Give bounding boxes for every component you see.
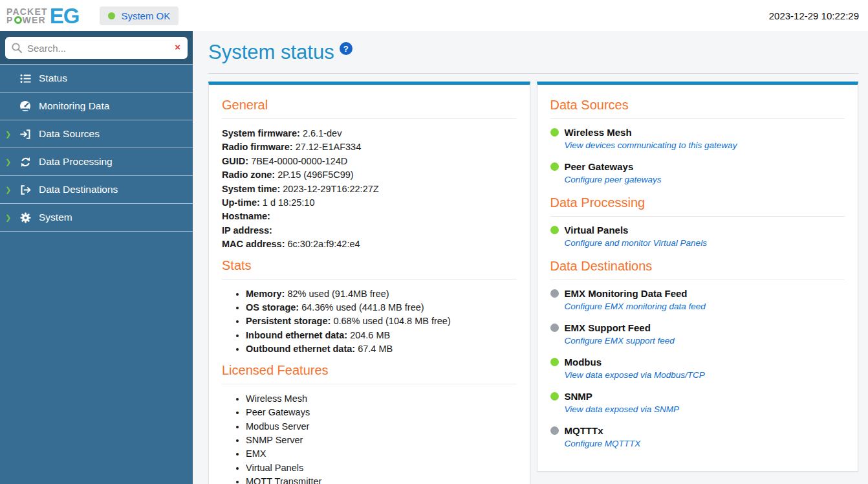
- licensed-features-list: Wireless Mesh Peer Gateways Modbus Serve…: [222, 392, 517, 484]
- general-row: MAC address: 6c:30:2a:f9:42:e4: [222, 237, 517, 251]
- service-item-emx-support-feed: EMX Support Feed Configure EMX support f…: [550, 322, 845, 346]
- sidebar-item-system[interactable]: System: [0, 204, 193, 232]
- logo-product-eg: EG: [50, 7, 80, 25]
- service-item-emx-monitoring-data-feed: EMX Monitoring Data Feed Configure EMX m…: [550, 288, 845, 312]
- status-dot: [550, 324, 559, 332]
- sidebar-item-label: Data Processing: [39, 156, 113, 168]
- search-input[interactable]: [5, 37, 188, 59]
- sidebar-item-data-processing[interactable]: Data Processing: [0, 148, 193, 176]
- system-status-badge[interactable]: System OK: [100, 6, 179, 25]
- sidebar-item-data-sources[interactable]: Data Sources: [0, 120, 193, 148]
- sidebar-item-label: Data Destinations: [39, 184, 118, 195]
- sidebar-item-data-destinations[interactable]: Data Destinations: [0, 176, 193, 204]
- logo-wordmark: PACKET PWER: [6, 8, 48, 25]
- section-divider: [222, 279, 517, 280]
- search-icon: [11, 42, 23, 56]
- feature-item: Modbus Server: [246, 420, 517, 434]
- service-item-mqtttx: MQTTTx Configure MQTTTX: [550, 425, 845, 449]
- sidebar-item-label: System: [39, 212, 72, 223]
- data-processing-heading: Data Processing: [550, 195, 845, 210]
- feature-item: Peer Gateways: [246, 406, 517, 419]
- list-icon: [17, 73, 34, 84]
- service-link[interactable]: View data exposed via Modbus/TCP: [565, 370, 705, 380]
- general-row: Hostname:: [222, 210, 517, 223]
- service-name: EMX Support Feed: [565, 322, 651, 333]
- service-item-peer-gateways: Peer Gateways Configure peer gateways: [550, 161, 845, 185]
- content-area: System status ? General System firmware:…: [193, 31, 868, 484]
- stats-list: Memory: 82% used (91.4MB free) OS storag…: [222, 287, 517, 357]
- licensed-features-heading: Licensed Features: [222, 363, 517, 378]
- service-name: SNMP: [565, 391, 592, 402]
- service-link[interactable]: Configure MQTTTX: [565, 439, 641, 448]
- clear-search-icon[interactable]: ×: [175, 41, 180, 52]
- status-dot: [550, 358, 559, 366]
- general-row: Radio firmware: 27.12-E1AF334: [222, 140, 517, 154]
- data-sources-heading: Data Sources: [550, 98, 845, 113]
- service-name: Wireless Mesh: [565, 127, 632, 138]
- stats-heading: Stats: [222, 258, 517, 273]
- service-link[interactable]: View data exposed via SNMP: [565, 404, 680, 414]
- sidebar-item-label: Status: [39, 72, 67, 84]
- service-link[interactable]: Configure peer gateways: [565, 175, 662, 184]
- status-dot: [550, 289, 559, 298]
- chevron-right-icon: [5, 130, 17, 138]
- general-row: System time: 2023-12-29T16:22:27Z: [222, 182, 517, 196]
- service-link[interactable]: Configure and monitor Virtual Panels: [565, 238, 707, 248]
- stat-item: Outbound ethernet data: 67.4 MB: [246, 342, 517, 356]
- help-icon[interactable]: ?: [340, 42, 353, 55]
- status-badge-label: System OK: [121, 10, 170, 21]
- status-dot: [550, 128, 559, 137]
- general-heading: General: [222, 98, 517, 113]
- logo-o-ring-icon: [14, 16, 22, 24]
- status-dot: [550, 162, 559, 171]
- stat-item: Persistent storage: 0.68% used (104.8 MB…: [246, 314, 517, 328]
- stat-item: Inbound ethernet data: 204.6 MB: [246, 329, 517, 342]
- general-rows: System firmware: 2.6.1-dev Radio firmwar…: [222, 127, 517, 252]
- general-row: IP address:: [222, 224, 517, 237]
- top-header: PACKET PWER EG System OK 2023-12-29 10:2…: [0, 0, 868, 31]
- gear-icon: [17, 212, 34, 223]
- chevron-right-icon: [5, 214, 17, 222]
- packet-power-logo[interactable]: PACKET PWER EG: [6, 7, 79, 25]
- status-dot: [550, 392, 559, 401]
- data-destinations-heading: Data Destinations: [550, 259, 845, 274]
- sync-icon: [17, 157, 34, 168]
- sign-in-icon: [17, 129, 34, 140]
- feature-item: EMX: [246, 447, 517, 461]
- status-dot: [550, 226, 559, 234]
- sidebar-item-monitoring-data[interactable]: Monitoring Data: [0, 93, 193, 120]
- section-divider: [550, 280, 845, 280]
- general-row: Radio zone: 2P.15 (496F5C99): [222, 168, 517, 182]
- general-row: GUID: 7BE4-0000-0000-124D: [222, 155, 517, 168]
- general-row: System firmware: 2.6.1-dev: [222, 127, 517, 140]
- page-title: System status: [208, 41, 334, 63]
- feature-item: MQTT Transmitter: [246, 475, 517, 484]
- sidebar-search-strip: ×: [0, 31, 193, 65]
- service-link[interactable]: View devices communicating to this gatew…: [565, 140, 737, 150]
- service-item-modbus: Modbus View data exposed via Modbus/TCP: [550, 357, 845, 380]
- section-divider: [222, 384, 517, 384]
- header-timestamp: 2023-12-29 10:22:29: [769, 10, 859, 21]
- service-name: EMX Monitoring Data Feed: [565, 288, 688, 299]
- services-status-panel: Data Sources Wireless Mesh View devices …: [537, 82, 859, 472]
- feature-item: Wireless Mesh: [246, 392, 517, 406]
- service-name: Peer Gateways: [565, 161, 634, 172]
- title-divider: [208, 73, 858, 74]
- sign-out-icon: [17, 184, 34, 195]
- service-item-wireless-mesh: Wireless Mesh View devices communicating…: [550, 127, 845, 151]
- sidebar-item-status[interactable]: Status: [0, 65, 193, 93]
- feature-item: SNMP Server: [246, 434, 517, 447]
- gauge-icon: [17, 100, 34, 112]
- stat-item: OS storage: 64.36% used (441.8 MB free): [246, 301, 517, 314]
- service-item-snmp: SNMP View data exposed via SNMP: [550, 391, 845, 415]
- stat-item: Memory: 82% used (91.4MB free): [246, 287, 517, 301]
- logo-line2-pre: P: [6, 16, 14, 25]
- service-link[interactable]: Configure EMX support feed: [565, 336, 675, 346]
- sidebar: × Status Monitoring Data Data Sources: [0, 31, 193, 484]
- status-dot: [550, 426, 559, 435]
- service-name: Modbus: [565, 357, 602, 368]
- service-link[interactable]: Configure EMX monitoring data feed: [565, 302, 706, 311]
- chevron-right-icon: [5, 158, 17, 166]
- status-ok-dot-icon: [108, 12, 115, 19]
- general-row: Up-time: 1 d 18:25:10: [222, 196, 517, 210]
